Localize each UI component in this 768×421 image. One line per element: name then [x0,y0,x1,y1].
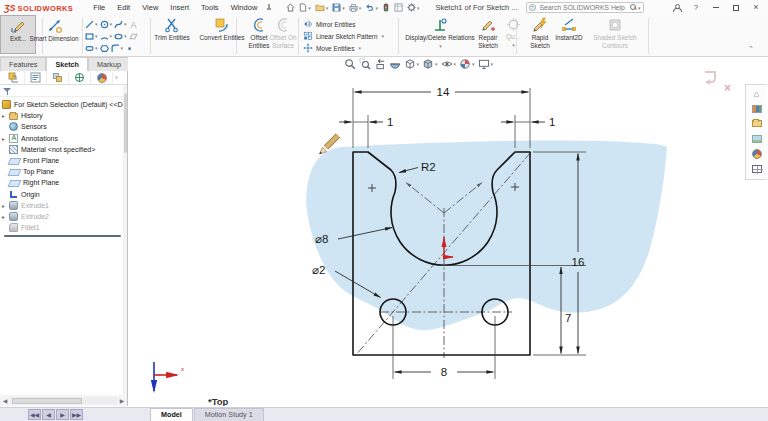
tree-item-fillet1[interactable]: Fillet1 [0,222,127,233]
tab-markup[interactable]: Markup [88,57,130,71]
sketch-fillet-icon[interactable]: ▾ [111,44,124,53]
property-manager-tab-icon[interactable] [25,72,47,84]
circle-icon[interactable]: ▾ [100,20,113,29]
tab-sketch[interactable]: Sketch [46,57,88,71]
prev-tab-icon[interactable]: ◀ [42,409,55,420]
slot-icon[interactable]: ▾ [85,44,98,53]
expand-icon[interactable]: ▸ [2,135,9,142]
plane-icon[interactable] [129,32,138,41]
rebuild-icon[interactable] [381,2,391,13]
move-entities-caret-icon[interactable]: ▾ [358,45,361,51]
expand-icon[interactable]: ▸ [2,213,9,220]
polygon-icon[interactable] [100,44,109,53]
dim-big-hole-diameter[interactable]: ⌀8 [315,233,328,245]
mirror-entities-button[interactable]: Mirror Entities [303,18,384,30]
shaded-sketch-contours-button[interactable]: Shaded Sketch Contours [588,17,642,51]
display-delete-relations-button[interactable]: Display/Delete Relations ▾ [400,17,480,51]
dim-right-offset[interactable]: 1 [549,116,555,128]
scroll-right-icon[interactable]: ▶ [117,397,127,404]
search-input[interactable] [538,3,630,12]
pin-menu-icon[interactable] [265,4,272,11]
linear-sketch-pattern-button[interactable]: Linear Sketch Pattern ▾ [303,30,384,42]
home-icon[interactable] [285,2,296,13]
tree-item-history[interactable]: ▸ History [0,110,127,121]
linear-pattern-caret-icon[interactable]: ▾ [381,33,384,39]
motion-study-tab[interactable]: Motion Study 1 [194,408,264,421]
file-explorer-icon[interactable] [750,117,764,130]
spline-icon[interactable]: ▾ [114,20,127,29]
menu-insert[interactable]: Insert [164,3,195,12]
dim-left-offset[interactable]: 1 [387,116,393,128]
smart-dimension-button[interactable]: Smart Dimension [28,17,80,43]
line-icon[interactable]: ▾ [85,20,98,29]
new-document-icon[interactable]: ▾ [298,2,312,13]
account-button[interactable] [666,1,686,14]
trim-entities-button[interactable]: Trim Entities [152,17,192,42]
tree-item-right-plane[interactable]: Right Plane [0,177,127,188]
menu-file[interactable]: File [87,3,111,12]
tree-item-annotations[interactable]: ▸ Annotations [0,133,127,144]
tab-features[interactable]: Features [0,57,46,71]
custom-properties-icon[interactable] [750,163,764,176]
print-icon[interactable]: ▾ [348,2,363,13]
display-style-icon[interactable]: ▾ [422,58,438,70]
scrollbar-thumb[interactable] [12,398,82,404]
dim-small-hole-diameter[interactable]: ⌀2 [312,264,325,276]
corner-rectangle-icon[interactable]: ▾ [85,32,98,41]
minimize-button[interactable] [706,1,726,14]
point-icon[interactable] [125,44,134,53]
home-tab-icon[interactable]: ⌂ [750,87,764,100]
display-manager-tab-icon[interactable] [91,72,113,84]
sketch-canvas[interactable]: 14 1 1 R2 ⌀8 ⌀2 16 7 8 [128,57,745,406]
appearances-icon[interactable] [750,148,764,161]
exit-sketch-corner-icon[interactable] [702,69,724,89]
ellipse-icon[interactable]: ▾ [114,32,127,41]
menu-edit[interactable]: Edit [111,3,136,12]
last-tab-icon[interactable]: ▶▶ [70,409,83,420]
design-library-icon[interactable] [750,102,764,115]
dim-total-width[interactable]: 14 [437,86,450,98]
panel-horizontal-scrollbar[interactable]: ◀ ▶ [0,395,128,406]
menu-window[interactable]: Window [225,3,264,12]
menu-tools[interactable]: Tools [195,3,225,12]
feature-tree-tab-icon[interactable] [3,72,25,84]
dimxpert-manager-tab-icon[interactable] [69,72,91,84]
quick-snaps-button[interactable]: Qu... ▾ [500,17,526,50]
section-view-icon[interactable] [389,58,401,70]
graphics-area[interactable]: 14 1 1 R2 ⌀8 ⌀2 16 7 8 [128,57,745,406]
tree-item-origin[interactable]: Origin [0,189,127,200]
panel-expand-icon[interactable]: › [115,73,118,82]
previous-view-icon[interactable] [374,58,386,70]
dim-total-height[interactable]: 16 [572,256,585,268]
open-icon[interactable]: ▾ [314,2,330,13]
scroll-left-icon[interactable]: ◀ [0,397,10,404]
tree-item-top-plane[interactable]: Top Plane [0,166,127,177]
filter-funnel-icon[interactable] [3,87,11,95]
restore-button[interactable] [726,1,746,14]
options-gear-icon[interactable]: ▾ [406,2,421,13]
dim-hole-spacing[interactable]: 8 [441,366,447,378]
file-properties-icon[interactable] [393,2,404,13]
dim-hole-height[interactable]: 7 [565,312,571,324]
hide-show-items-icon[interactable]: ▾ [441,58,457,70]
tree-root-part[interactable]: For Sketch Selection (Default) <<Def [0,99,127,110]
view-orientation-icon[interactable]: ▾ [404,58,420,70]
expand-icon[interactable]: ▸ [2,112,9,119]
expand-icon[interactable]: ▸ [2,202,9,209]
sketch-text-icon[interactable]: A [129,20,138,29]
search-scope-caret-icon[interactable]: ▾ [638,5,641,11]
close-button[interactable]: × [746,1,766,14]
cancel-sketch-corner-icon[interactable]: × [724,81,731,95]
save-icon[interactable]: ▾ [331,2,346,13]
arc-icon[interactable]: ▾ [100,32,113,41]
search-icon[interactable] [630,4,637,11]
panel-vertical-scrollbar[interactable] [123,85,127,395]
tree-item-extrude2[interactable]: ▸ Extrude2 [0,211,127,222]
next-tab-icon[interactable]: ▶ [56,409,69,420]
collapse-ribbon-icon[interactable]: ⌃ [748,45,754,53]
dim-fillet-radius[interactable]: R2 [421,161,436,173]
configuration-manager-tab-icon[interactable] [47,72,69,84]
tree-item-extrude1[interactable]: ▸ Extrude1 [0,200,127,211]
offset-on-surface-button[interactable]: Offset On Surface [266,17,300,51]
tree-item-sensors[interactable]: Sensors [0,121,127,132]
